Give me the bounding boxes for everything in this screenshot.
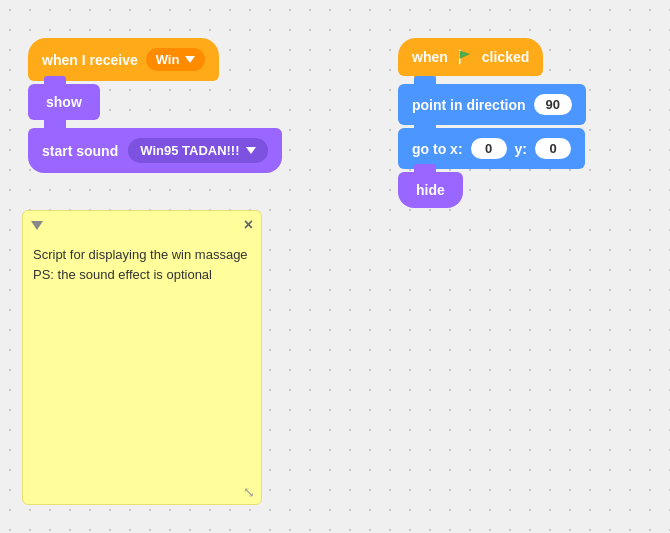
when-receive-block[interactable]: when I receive Win <box>28 38 219 81</box>
goto-xy-block[interactable]: go to x: 0 y: 0 <box>398 128 585 169</box>
start-sound-label: start sound <box>42 143 118 159</box>
comment-header: × <box>23 211 261 239</box>
sound-dropdown-arrow-icon <box>246 147 256 154</box>
comment-box: × Script for displaying the win massage … <box>22 210 262 505</box>
y-label: y: <box>515 141 527 157</box>
hide-block[interactable]: hide <box>398 172 463 208</box>
green-flag-icon <box>456 48 474 66</box>
x-input[interactable]: 0 <box>471 138 507 159</box>
comment-resize-handle[interactable]: ⤡ <box>243 484 255 500</box>
hide-label: hide <box>416 182 445 198</box>
receive-dropdown[interactable]: Win <box>146 48 206 71</box>
point-direction-block[interactable]: point in direction 90 <box>398 84 586 125</box>
when-flag-clicked-block[interactable]: when clicked <box>398 38 543 76</box>
comment-text: Script for displaying the win massage PS… <box>23 239 261 504</box>
sound-dropdown-value: Win95 TADAN!!! <box>140 143 239 158</box>
point-dir-label: point in direction <box>412 97 526 113</box>
clicked-label: clicked <box>482 49 529 65</box>
goto-xy-label: go to x: <box>412 141 463 157</box>
when-label: when <box>412 49 448 65</box>
comment-close-button[interactable]: × <box>244 217 253 233</box>
sound-dropdown[interactable]: Win95 TADAN!!! <box>128 138 267 163</box>
direction-input[interactable]: 90 <box>534 94 572 115</box>
dropdown-arrow-icon <box>185 56 195 63</box>
start-sound-block[interactable]: start sound Win95 TADAN!!! <box>28 128 282 173</box>
when-receive-label: when I receive <box>42 52 138 68</box>
show-label: show <box>46 94 82 110</box>
comment-collapse-icon[interactable] <box>31 221 43 230</box>
show-block[interactable]: show <box>28 84 100 120</box>
receive-dropdown-value: Win <box>156 52 180 67</box>
y-input[interactable]: 0 <box>535 138 571 159</box>
